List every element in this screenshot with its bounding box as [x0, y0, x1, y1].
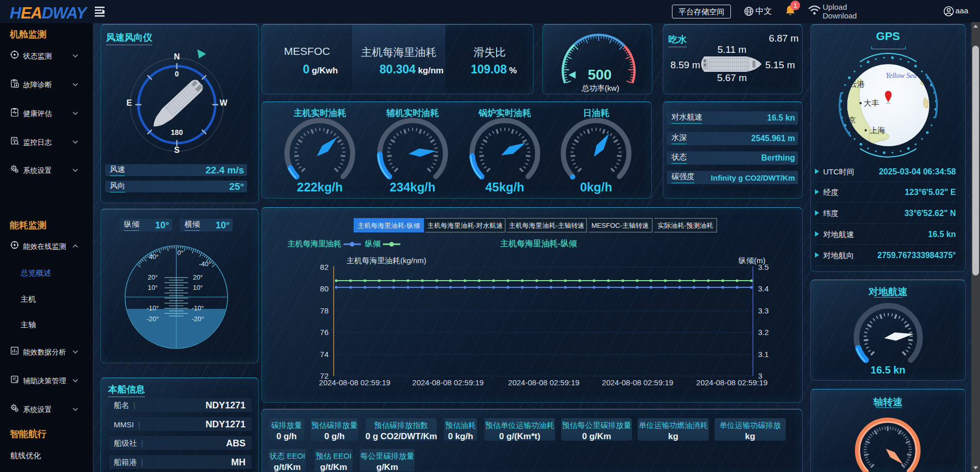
svg-text:上海: 上海 — [870, 126, 885, 134]
svg-text:-20°: -20° — [147, 315, 159, 323]
svg-text:3.2: 3.2 — [758, 328, 769, 337]
svg-text:2024-08-08 02:59:19: 2024-08-08 02:59:19 — [602, 378, 673, 387]
svg-text:3.1: 3.1 — [758, 350, 769, 359]
svg-text:20°: 20° — [148, 273, 158, 281]
svg-text:-40°: -40° — [199, 260, 211, 268]
svg-text:2024-08-08 02:59:19: 2024-08-08 02:59:19 — [508, 378, 579, 387]
svg-text:大丰: 大丰 — [864, 99, 879, 107]
svg-text:2024-08-08 02:59:19: 2024-08-08 02:59:19 — [319, 378, 390, 387]
svg-text:0°: 0° — [177, 249, 183, 257]
svg-text:-10°: -10° — [147, 304, 159, 312]
svg-text:40°: 40° — [149, 253, 159, 261]
svg-text:20°: 20° — [193, 273, 203, 281]
svg-text:80: 80 — [320, 284, 329, 293]
svg-text:78: 78 — [320, 306, 329, 315]
svg-text:82: 82 — [320, 263, 329, 271]
svg-text:云港: 云港 — [849, 80, 865, 88]
svg-text:-20°: -20° — [192, 315, 204, 323]
svg-text:2024-08-08 02:59:19: 2024-08-08 02:59:19 — [412, 378, 483, 387]
svg-text:Yellow Sea: Yellow Sea — [886, 72, 917, 80]
svg-text:-10°: -10° — [192, 304, 204, 312]
svg-text:76: 76 — [320, 328, 329, 337]
svg-text:京: 京 — [848, 115, 856, 124]
svg-text:74: 74 — [320, 350, 329, 359]
svg-text:10°: 10° — [148, 284, 158, 291]
svg-text:10°: 10° — [193, 284, 203, 291]
svg-text:3.3: 3.3 — [758, 306, 769, 315]
svg-text:2024-08-08 02:59:19: 2024-08-08 02:59:19 — [696, 378, 767, 387]
svg-text:3.4: 3.4 — [758, 284, 769, 293]
